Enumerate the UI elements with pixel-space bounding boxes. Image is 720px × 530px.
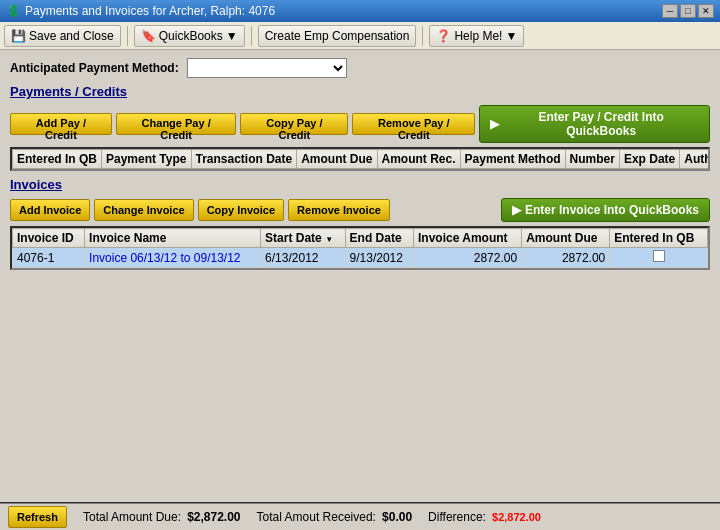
invoices-section: Invoices Add Invoice Change Invoice Copy… xyxy=(10,177,710,270)
change-pay-credit-button[interactable]: Change Pay / Credit xyxy=(116,113,237,135)
payments-header-row: Entered In QB Payment Type Transaction D… xyxy=(13,150,711,169)
main-content: Anticipated Payment Method: Payments / C… xyxy=(0,50,720,530)
col-end-date: End Date xyxy=(345,229,413,248)
separator-2 xyxy=(251,26,252,46)
qb-icon: 🔖 xyxy=(141,29,156,43)
col-transaction-date: Transaction Date xyxy=(191,150,297,169)
sort-arrow: ▼ xyxy=(325,235,333,244)
refresh-button[interactable]: Refresh xyxy=(8,506,67,528)
remove-invoice-button[interactable]: Remove Invoice xyxy=(288,199,390,221)
invoice-row[interactable]: 4076-1 Invoice 06/13/12 to 09/13/12 6/13… xyxy=(13,248,708,268)
col-invoice-amount: Invoice Amount xyxy=(414,229,522,248)
invoice-end-date-cell: 9/13/2012 xyxy=(345,248,413,268)
save-close-button[interactable]: 💾 Save and Close xyxy=(4,25,121,47)
enter-invoice-qb-button[interactable]: ▶ Enter Invoice Into QuickBooks xyxy=(501,198,710,222)
payments-buttons-row: Add Pay / Credit Change Pay / Credit Cop… xyxy=(10,105,710,143)
maximize-button[interactable]: □ xyxy=(680,4,696,18)
anticipated-row: Anticipated Payment Method: xyxy=(10,58,710,78)
anticipated-select[interactable] xyxy=(187,58,347,78)
copy-invoice-button[interactable]: Copy Invoice xyxy=(198,199,284,221)
separator-1 xyxy=(127,26,128,46)
col-start-date: Start Date ▼ xyxy=(261,229,345,248)
help-button[interactable]: ❓ Help Me! ▼ xyxy=(429,25,524,47)
close-button[interactable]: ✕ xyxy=(698,4,714,18)
qb-dropdown-arrow: ▼ xyxy=(226,29,238,43)
remove-pay-credit-button[interactable]: Remove Pay / Credit xyxy=(352,113,475,135)
col-exp-date: Exp Date xyxy=(619,150,679,169)
save-icon: 💾 xyxy=(11,29,26,43)
invoice-start-date-cell: 6/13/2012 xyxy=(261,248,345,268)
invoices-table: Invoice ID Invoice Name Start Date ▼ End… xyxy=(12,228,708,268)
invoices-header-row: Invoice ID Invoice Name Start Date ▼ End… xyxy=(13,229,708,248)
copy-pay-credit-button[interactable]: Copy Pay / Credit xyxy=(240,113,348,135)
add-invoice-button[interactable]: Add Invoice xyxy=(10,199,90,221)
total-amount-received-label: Total Amout Received: $0.00 xyxy=(257,510,413,524)
add-pay-credit-button[interactable]: Add Pay / Credit xyxy=(10,113,112,135)
invoices-table-container[interactable]: Invoice ID Invoice Name Start Date ▼ End… xyxy=(10,226,710,270)
invoice-name-cell: Invoice 06/13/12 to 09/13/12 xyxy=(85,248,261,268)
invoice-amount-due-cell: 2872.00 xyxy=(522,248,610,268)
invoice-id-cell: 4076-1 xyxy=(13,248,85,268)
app-icon: 💲 xyxy=(6,4,21,18)
difference-value: $2,872.00 xyxy=(492,511,541,523)
enter-pay-qb-button[interactable]: ▶ Enter Pay / Credit Into QuickBooks xyxy=(479,105,710,143)
window-title: Payments and Invoices for Archer, Ralph:… xyxy=(25,4,275,18)
minimize-button[interactable]: ─ xyxy=(662,4,678,18)
help-icon: ❓ xyxy=(436,29,451,43)
quickbooks-button[interactable]: 🔖 QuickBooks ▼ xyxy=(134,25,245,47)
total-amount-due-value: $2,872.00 xyxy=(187,510,240,524)
col-entered-in-qb-inv: Entered In QB xyxy=(610,229,708,248)
separator-3 xyxy=(422,26,423,46)
title-bar: 💲 Payments and Invoices for Archer, Ralp… xyxy=(0,0,720,22)
toolbar: 💾 Save and Close 🔖 QuickBooks ▼ Create E… xyxy=(0,22,720,50)
invoice-entered-qb-cell xyxy=(610,248,708,268)
col-invoice-name: Invoice Name xyxy=(85,229,261,248)
col-auth-number: Authorization Number xyxy=(680,150,710,169)
col-number: Number xyxy=(565,150,619,169)
col-amount-due-inv: Amount Due xyxy=(522,229,610,248)
col-amount-due: Amount Due xyxy=(297,150,377,169)
total-amount-due-label: Total Amount Due: $2,872.00 xyxy=(83,510,241,524)
col-entered-in-qb: Entered In QB xyxy=(13,150,102,169)
col-invoice-id: Invoice ID xyxy=(13,229,85,248)
payments-table-container[interactable]: Entered In QB Payment Type Transaction D… xyxy=(10,147,710,171)
enter-qb-pay-right: ▶ Enter Pay / Credit Into QuickBooks xyxy=(479,105,710,143)
payments-section-title: Payments / Credits xyxy=(10,84,710,99)
col-payment-type: Payment Type xyxy=(102,150,191,169)
difference-label: Difference: $2,872.00 xyxy=(428,510,541,524)
change-invoice-button[interactable]: Change Invoice xyxy=(94,199,193,221)
payments-section: Payments / Credits Add Pay / Credit Chan… xyxy=(10,84,710,171)
payments-table: Entered In QB Payment Type Transaction D… xyxy=(12,149,710,169)
enter-qb-invoice-right: ▶ Enter Invoice Into QuickBooks xyxy=(501,198,710,222)
col-payment-method: Payment Method xyxy=(460,150,565,169)
help-dropdown-arrow: ▼ xyxy=(505,29,517,43)
anticipated-label: Anticipated Payment Method: xyxy=(10,61,179,75)
invoice-amount-cell: 2872.00 xyxy=(414,248,522,268)
create-emp-comp-button[interactable]: Create Emp Compensation xyxy=(258,25,417,47)
window-controls[interactable]: ─ □ ✕ xyxy=(662,4,714,18)
invoices-buttons-row: Add Invoice Change Invoice Copy Invoice … xyxy=(10,198,710,222)
total-amount-received-value: $0.00 xyxy=(382,510,412,524)
qb-invoice-arrow-icon: ▶ xyxy=(512,203,521,217)
status-bar: Refresh Total Amount Due: $2,872.00 Tota… xyxy=(0,502,720,530)
invoices-section-title: Invoices xyxy=(10,177,710,192)
col-amount-rec: Amount Rec. xyxy=(377,150,460,169)
qb-arrow-icon: ▶ xyxy=(490,117,499,131)
